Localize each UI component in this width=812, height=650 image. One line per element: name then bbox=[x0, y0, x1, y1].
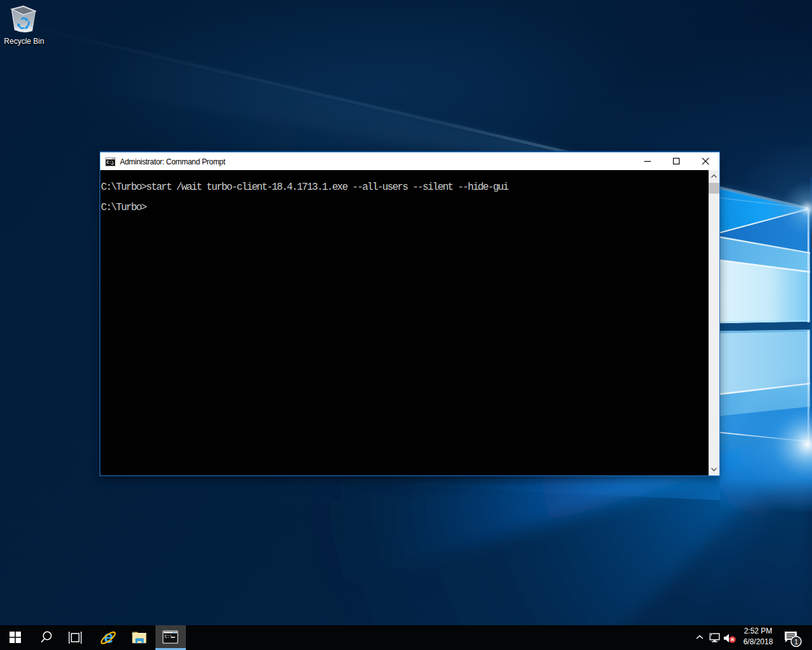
svg-text:1: 1 bbox=[794, 638, 798, 646]
svg-text:C:\: C:\ bbox=[164, 634, 173, 639]
